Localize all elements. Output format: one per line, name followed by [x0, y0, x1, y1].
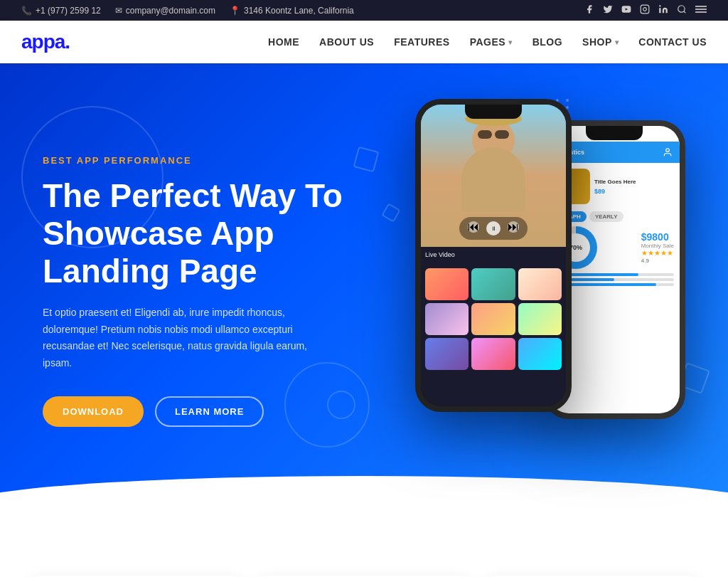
- phone-number: +1 (977) 2599 12: [36, 6, 101, 16]
- thumb-5[interactable]: [471, 303, 515, 335]
- product-name: Title Goes Here: [594, 179, 636, 185]
- thumb-3[interactable]: [518, 268, 562, 300]
- rating-value: 4.9: [641, 258, 649, 264]
- social-links: [584, 4, 707, 16]
- svg-point-10: [666, 149, 670, 152]
- shop-dropdown-arrow: ▾: [615, 38, 619, 46]
- forward-btn[interactable]: ⏭: [508, 221, 519, 233]
- phone-info: 📞 +1 (977) 2599 12: [21, 6, 101, 16]
- address-text: 3146 Koontz Lane, California: [244, 6, 354, 16]
- pages-dropdown-arrow: ▾: [508, 38, 513, 46]
- video-thumbnails: [421, 263, 566, 376]
- phone-notch-back: [586, 126, 643, 140]
- stats-numbers: $9800 Monthly Sale ★★★★★ 4.9: [641, 231, 674, 264]
- thumb-4[interactable]: [425, 303, 469, 335]
- address-info: 📍 3146 Koontz Lane, California: [230, 6, 354, 16]
- hero-description: Et optio praesent et! Eligendi ab, irure…: [43, 305, 313, 372]
- hero-section: BEST APP PERFORMANCE The Perfect Way To …: [0, 63, 728, 533]
- nav-about[interactable]: ABOUT US: [319, 36, 374, 48]
- product-row: Title Goes Here $89: [555, 169, 674, 204]
- email-icon: ✉: [115, 6, 122, 16]
- email-address: company@domain.com: [126, 6, 215, 16]
- stats-amount: $9800: [641, 231, 674, 243]
- yearly-tab[interactable]: YEARLY: [589, 211, 623, 222]
- nav-shop[interactable]: SHOP ▾: [582, 36, 619, 48]
- instagram-link[interactable]: [640, 4, 650, 16]
- video-controls: ⏮ ⏸ ⏭: [459, 217, 528, 240]
- youtube-link[interactable]: [621, 4, 631, 16]
- thumb-2[interactable]: [471, 268, 515, 300]
- twitter-link[interactable]: [603, 4, 613, 16]
- phone-notch-front: [465, 105, 522, 119]
- star-rating: ★★★★★: [641, 249, 674, 257]
- hero-phone-mockups: Statistics Title Goes Here $89 GRAPH YEA…: [387, 85, 685, 497]
- svg-line-6: [684, 11, 686, 14]
- donut-chart-row: 70% $9800 Monthly Sale ★★★★★ 4.9: [555, 226, 674, 269]
- download-button[interactable]: DOWNLOAD: [43, 396, 144, 427]
- site-logo[interactable]: appa.: [21, 31, 70, 53]
- thumb-9[interactable]: [518, 338, 562, 370]
- menu-icon[interactable]: [695, 4, 707, 16]
- product-price: $89: [594, 188, 636, 195]
- monthly-label: Monthly Sale: [641, 243, 674, 249]
- facebook-link[interactable]: [584, 4, 594, 16]
- hero-title: The Perfect Way To Showcase App Landing …: [43, 177, 363, 290]
- svg-point-4: [659, 5, 660, 6]
- search-icon[interactable]: [677, 4, 687, 16]
- progress-bar-3: [555, 283, 674, 286]
- nav-home[interactable]: HOME: [268, 36, 299, 48]
- video-app-screen: ⏮ ⏸ ⏭ Live Video: [421, 105, 566, 406]
- nav-links: HOME ABOUT US FEATURES PAGES ▾ BLOG SHOP…: [268, 36, 707, 48]
- hero-content: BEST APP PERFORMANCE The Perfect Way To …: [43, 155, 363, 427]
- email-info: ✉ company@domain.com: [115, 6, 215, 16]
- feature-cards-section: 01. 02.: [0, 533, 728, 577]
- video-header: ⏮ ⏸ ⏭: [421, 105, 566, 247]
- play-pause-btn[interactable]: ⏸: [486, 221, 500, 235]
- thumb-7[interactable]: [425, 338, 469, 370]
- nav-blog[interactable]: BLOG: [532, 36, 562, 48]
- learn-more-button[interactable]: LEARN MORE: [155, 396, 264, 427]
- nav-pages[interactable]: PAGES ▾: [470, 36, 513, 48]
- phone-icon: 📞: [21, 6, 32, 16]
- thumb-8[interactable]: [471, 338, 515, 370]
- phone-front-mockup: ⏮ ⏸ ⏭ Live Video: [415, 99, 572, 412]
- progress-bar-1: [555, 273, 674, 276]
- main-nav: appa. HOME ABOUT US FEATURES PAGES ▾ BLO…: [0, 21, 728, 63]
- progress-bar-2: [555, 278, 674, 281]
- product-info: Title Goes Here $89: [594, 179, 636, 195]
- location-icon: 📍: [230, 6, 240, 16]
- svg-rect-1: [641, 5, 649, 14]
- top-bar: 📞 +1 (977) 2599 12 ✉ company@domain.com …: [0, 0, 728, 21]
- linkedin-link[interactable]: [658, 4, 668, 16]
- svg-point-5: [678, 6, 685, 12]
- nav-contact[interactable]: CONTACT US: [638, 36, 707, 48]
- stats-tabs: GRAPH YEARLY: [555, 211, 674, 222]
- top-bar-contact-info: 📞 +1 (977) 2599 12 ✉ company@domain.com …: [21, 6, 354, 16]
- nav-features[interactable]: FEATURES: [394, 36, 449, 48]
- progress-bars: [555, 273, 674, 286]
- video-label: Live Video: [421, 247, 566, 263]
- rewind-btn[interactable]: ⏮: [468, 221, 479, 233]
- hero-buttons: DOWNLOAD LEARN MORE: [43, 396, 363, 427]
- thumb-6[interactable]: [518, 303, 562, 335]
- svg-rect-3: [659, 8, 660, 13]
- thumb-1[interactable]: [425, 268, 469, 300]
- hero-tag: BEST APP PERFORMANCE: [43, 155, 363, 166]
